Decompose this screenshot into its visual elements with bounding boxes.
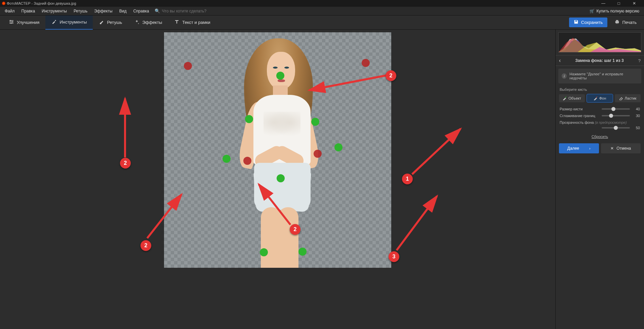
- annotation-badge: 2: [140, 240, 151, 251]
- menu-file[interactable]: Файл: [1, 8, 18, 14]
- brush-red-icon: [594, 96, 598, 100]
- image-canvas[interactable]: [164, 32, 391, 268]
- brush-label: Фон: [599, 96, 606, 100]
- brush-object-button[interactable]: Объект: [559, 94, 585, 102]
- sparkle-icon: [134, 19, 139, 26]
- tab-enhancements[interactable]: Улучшения: [3, 15, 45, 30]
- panel-header: ‹ Замена фона: шаг 1 из 3 ?: [556, 55, 644, 66]
- print-button[interactable]: Печать: [610, 17, 641, 27]
- canvas-area: 122223: [0, 30, 555, 329]
- subject-figure: [214, 32, 341, 268]
- svg-point-1: [12, 21, 13, 22]
- info-icon: i: [562, 73, 567, 79]
- cancel-label: Отмена: [616, 146, 631, 151]
- reset-link[interactable]: Сбросить: [556, 131, 644, 143]
- object-brush-dot: [277, 174, 285, 182]
- brush-background-button[interactable]: Фон: [587, 94, 613, 102]
- minimize-button[interactable]: —: [596, 0, 611, 7]
- object-brush-dot: [245, 115, 253, 123]
- window-title: ФотоМАСТЕР - Задний фон девушка.jpg: [7, 1, 76, 5]
- slider-smoothing[interactable]: Сглаживание границ 30: [556, 112, 644, 119]
- save-button[interactable]: Сохранить: [569, 17, 608, 27]
- slider-bg-opacity[interactable]: Прозрачность фона (в предпросмотре): [556, 119, 644, 126]
- hint-bar: i Нажмите "Далее" и исправьте недочёты: [558, 69, 641, 83]
- background-brush-dot: [243, 157, 251, 165]
- slider-bg-opacity-control[interactable]: 50: [556, 126, 644, 131]
- search-icon: 🔍: [155, 8, 160, 13]
- sliders-icon: [9, 19, 14, 26]
- slider-label: Прозрачность фона (в предпросмотре): [560, 120, 640, 124]
- svg-line-3: [412, 129, 460, 174]
- print-label: Печать: [622, 20, 637, 25]
- brush-icon: [99, 19, 104, 26]
- tab-tools[interactable]: Инструменты: [45, 15, 93, 30]
- tab-label: Текст и рамки: [182, 20, 210, 25]
- background-brush-dot: [184, 62, 192, 70]
- text-icon: [174, 19, 179, 26]
- object-brush-dot: [223, 155, 231, 163]
- close-icon: ✕: [610, 146, 614, 151]
- slider-track[interactable]: [602, 127, 630, 129]
- brush-label: Ластик: [625, 96, 637, 100]
- svg-point-11: [597, 97, 597, 97]
- eraser-icon: [619, 96, 623, 100]
- tab-label: Ретушь: [107, 20, 122, 25]
- hint-text: Нажмите "Далее" и исправьте недочёты: [569, 72, 638, 80]
- slider-value: 50: [633, 126, 640, 130]
- save-icon: [574, 20, 578, 25]
- menu-view[interactable]: Вид: [116, 8, 130, 14]
- svg-point-2: [10, 23, 11, 24]
- menu-tools[interactable]: Инструменты: [38, 8, 70, 14]
- slider-track[interactable]: [602, 115, 630, 116]
- slider-brush-size[interactable]: Размер кисти 40: [556, 106, 644, 112]
- slider-track[interactable]: [602, 108, 630, 110]
- object-brush-dot: [276, 72, 284, 80]
- buy-full-version-button[interactable]: 🛒 Купить полную версию: [586, 8, 643, 14]
- maximize-button[interactable]: □: [611, 0, 627, 7]
- tab-label: Эффекты: [142, 20, 162, 25]
- menu-effects[interactable]: Эффекты: [91, 8, 116, 14]
- brush-green-icon: [563, 96, 567, 100]
- cancel-button[interactable]: ✕ Отмена: [601, 143, 641, 153]
- background-brush-dot: [314, 150, 322, 158]
- slider-value: 40: [633, 107, 640, 111]
- right-panel: ‹ Замена фона: шаг 1 из 3 ? i Нажмите "Д…: [555, 30, 644, 329]
- tab-effects[interactable]: Эффекты: [128, 15, 168, 30]
- svg-point-9: [566, 97, 566, 97]
- search-input[interactable]: [162, 9, 229, 13]
- buy-label: Купить полную версию: [597, 9, 639, 13]
- menubar: Файл Правка Инструменты Ретушь Эффекты В…: [0, 7, 644, 15]
- menu-edit[interactable]: Правка: [18, 8, 39, 14]
- annotation-badge: 1: [402, 174, 413, 184]
- menu-help[interactable]: Справка: [130, 8, 152, 14]
- tab-label: Улучшения: [17, 20, 39, 25]
- object-brush-dot: [260, 248, 268, 256]
- svg-line-8: [397, 196, 437, 250]
- print-icon: [615, 20, 619, 25]
- object-brush-dot: [311, 118, 319, 126]
- histogram: [558, 32, 641, 52]
- slider-value: 30: [633, 114, 640, 118]
- annotation-badge: 2: [120, 158, 131, 169]
- brush-eraser-button[interactable]: Ластик: [615, 94, 641, 102]
- menu-retouch[interactable]: Ретушь: [70, 8, 91, 14]
- tab-label: Инструменты: [59, 20, 87, 25]
- help-button[interactable]: ?: [638, 58, 641, 63]
- svg-point-12: [596, 97, 597, 98]
- annotation-badge: 3: [389, 251, 399, 262]
- app-logo-icon: [2, 2, 5, 5]
- next-label: Далее: [567, 146, 579, 151]
- tab-text-frames[interactable]: Текст и рамки: [168, 15, 216, 30]
- slider-label: Сглаживание границ: [560, 114, 599, 118]
- titlebar: ФотоМАСТЕР - Задний фон девушка.jpg — □ …: [0, 0, 644, 7]
- panel-title: Замена фона: шаг 1 из 3: [561, 58, 638, 63]
- close-window-button[interactable]: ✕: [627, 0, 642, 7]
- save-label: Сохранить: [581, 20, 603, 25]
- main-toolbar: Улучшения Инструменты Ретушь Эффекты Тек…: [0, 15, 644, 30]
- object-brush-dot: [298, 248, 307, 256]
- next-button[interactable]: Далее ›: [559, 143, 599, 153]
- cart-icon: 🛒: [590, 9, 595, 13]
- brush-label: Объект: [568, 96, 581, 100]
- background-brush-dot: [362, 59, 370, 67]
- tab-retouch[interactable]: Ретушь: [93, 15, 128, 30]
